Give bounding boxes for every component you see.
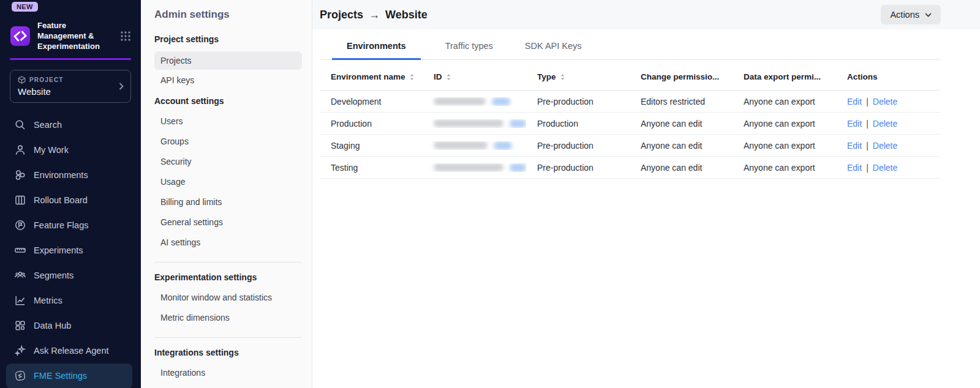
environments-table: Environment name ID Type Change permissi… bbox=[320, 60, 941, 179]
environment-id-redacted bbox=[423, 141, 526, 150]
project-cube-icon bbox=[18, 76, 26, 84]
delete-link[interactable]: Delete bbox=[873, 141, 897, 151]
table-row-testing: Testing Pre-production Anyone can edit A… bbox=[320, 157, 941, 179]
data-export-permissions: Anyone can export bbox=[733, 119, 836, 129]
nav-item-environments[interactable]: Environments bbox=[6, 163, 132, 188]
breadcrumb: Projects → Website bbox=[320, 9, 428, 21]
admin-settings-title: Admin settings bbox=[154, 9, 312, 21]
tab-environments[interactable]: Environments bbox=[332, 41, 421, 60]
admin-item-security[interactable]: Security bbox=[141, 151, 312, 171]
tab-sdk-api-keys[interactable]: SDK API Keys bbox=[518, 41, 589, 59]
person-icon bbox=[14, 144, 26, 156]
brand-accent-rule bbox=[10, 58, 131, 60]
environment-name: Staging bbox=[320, 141, 423, 151]
ruler-icon bbox=[14, 244, 26, 256]
breadcrumb-parent[interactable]: Projects bbox=[320, 9, 363, 21]
admin-item-projects[interactable]: Projects bbox=[154, 51, 302, 70]
admin-item-users[interactable]: Users bbox=[141, 111, 312, 131]
admin-item-metric-dimensions[interactable]: Metric dimensions bbox=[141, 307, 312, 327]
app-switcher-grid-icon[interactable] bbox=[120, 31, 131, 42]
nav-item-fme-settings[interactable]: FME Settings bbox=[6, 364, 132, 388]
edit-link[interactable]: Edit bbox=[847, 141, 862, 151]
divider bbox=[154, 262, 301, 263]
environment-type: Pre-production bbox=[526, 97, 630, 106]
fme-logo-icon bbox=[14, 370, 26, 382]
environment-id-redacted bbox=[423, 163, 526, 172]
search-icon bbox=[14, 119, 26, 131]
redacted-copy-chip[interactable] bbox=[510, 119, 526, 128]
section-heading-account-settings: Account settings bbox=[154, 96, 312, 106]
redacted-id-blur bbox=[434, 97, 486, 105]
admin-item-ai-settings[interactable]: AI settings bbox=[141, 232, 312, 252]
admin-settings-sidebar: Admin settings Project settings Projects… bbox=[141, 0, 312, 388]
section-heading-integrations-settings: Integrations settings bbox=[154, 348, 312, 357]
edit-link[interactable]: Edit bbox=[847, 163, 862, 173]
actions-button[interactable]: Actions bbox=[881, 5, 941, 24]
admin-item-monitor-window[interactable]: Monitor window and statistics bbox=[141, 287, 312, 307]
environment-id-redacted bbox=[423, 119, 526, 128]
sort-icon[interactable] bbox=[409, 73, 415, 81]
column-header-data-export-permissions[interactable]: Data export permi... bbox=[733, 72, 836, 81]
nav-item-experiments[interactable]: Experiments bbox=[6, 238, 132, 263]
redacted-copy-chip[interactable] bbox=[510, 163, 526, 172]
admin-item-integrations[interactable]: Integrations bbox=[141, 362, 312, 382]
sparkles-icon bbox=[14, 345, 26, 357]
grid-squares-icon bbox=[14, 319, 26, 332]
column-header-change-permissions[interactable]: Change permissio... bbox=[630, 72, 733, 81]
nav-item-my-work[interactable]: My Work bbox=[6, 138, 132, 163]
new-badge: NEW bbox=[12, 2, 38, 12]
project-label: PROJECT bbox=[29, 76, 64, 83]
page-header: Projects → Website Actions bbox=[312, 0, 980, 29]
edit-link[interactable]: Edit bbox=[847, 97, 862, 106]
sort-icon[interactable] bbox=[446, 73, 451, 81]
column-header-actions: Actions bbox=[836, 72, 941, 81]
row-actions: Edit|Delete bbox=[836, 97, 941, 106]
data-export-permissions: Anyone can export bbox=[733, 141, 836, 151]
nav-item-search[interactable]: Search bbox=[6, 113, 132, 138]
admin-item-general-settings[interactable]: General settings bbox=[141, 212, 312, 232]
admin-item-usage[interactable]: Usage bbox=[141, 171, 312, 192]
chevron-down-icon bbox=[925, 13, 932, 17]
nav-item-segments[interactable]: Segments bbox=[6, 263, 132, 288]
nav-item-ask-release-agent[interactable]: Ask Release Agent bbox=[6, 338, 132, 364]
row-actions: Edit|Delete bbox=[836, 163, 941, 173]
breadcrumb-arrow: → bbox=[369, 9, 380, 21]
tab-traffic-types[interactable]: Traffic types bbox=[438, 41, 500, 59]
section-heading-project-settings: Project settings bbox=[154, 34, 312, 44]
admin-item-groups[interactable]: Groups bbox=[141, 131, 312, 151]
main-content: Projects → Website Actions Environments … bbox=[312, 0, 980, 388]
delete-link[interactable]: Delete bbox=[873, 119, 897, 129]
nav-item-metrics[interactable]: Metrics bbox=[6, 288, 132, 313]
nav-item-data-hub[interactable]: Data Hub bbox=[6, 313, 132, 338]
edit-link[interactable]: Edit bbox=[847, 119, 862, 129]
divider bbox=[154, 337, 301, 338]
board-icon bbox=[14, 194, 26, 206]
change-permissions: Editors restricted bbox=[630, 97, 733, 106]
flag-icon bbox=[14, 219, 26, 231]
environment-name: Development bbox=[320, 97, 423, 106]
chevron-right-icon bbox=[119, 82, 124, 90]
redacted-copy-chip[interactable] bbox=[492, 97, 510, 106]
environments-icon bbox=[14, 169, 26, 181]
project-selector[interactable]: PROJECT Website bbox=[10, 70, 131, 103]
redacted-id-blur bbox=[434, 141, 488, 149]
nav-item-rollout-board[interactable]: Rollout Board bbox=[6, 188, 132, 213]
environment-id-redacted bbox=[423, 97, 526, 106]
row-actions: Edit|Delete bbox=[836, 141, 941, 151]
delete-link[interactable]: Delete bbox=[873, 163, 897, 173]
admin-item-billing-and-limits[interactable]: Billing and limits bbox=[141, 192, 312, 212]
environment-type: Production bbox=[526, 119, 630, 129]
change-permissions: Anyone can edit bbox=[630, 163, 733, 173]
delete-link[interactable]: Delete bbox=[873, 97, 897, 106]
nav-item-feature-flags[interactable]: Feature Flags bbox=[6, 213, 132, 238]
column-header-id[interactable]: ID bbox=[423, 72, 526, 81]
admin-item-api-keys[interactable]: API keys bbox=[141, 70, 312, 90]
table-row-production: Production Production Anyone can edit An… bbox=[320, 113, 941, 135]
app-title: Feature Management & Experimentation bbox=[37, 21, 113, 52]
redacted-copy-chip[interactable] bbox=[494, 141, 512, 150]
column-header-type[interactable]: Type bbox=[526, 72, 630, 81]
sort-icon[interactable] bbox=[560, 73, 565, 81]
brand-area: NEW Feature Management & Experimentation bbox=[0, 0, 141, 52]
table-row-development: Development Pre-production Editors restr… bbox=[320, 91, 941, 113]
column-header-environment-name[interactable]: Environment name bbox=[320, 72, 423, 81]
